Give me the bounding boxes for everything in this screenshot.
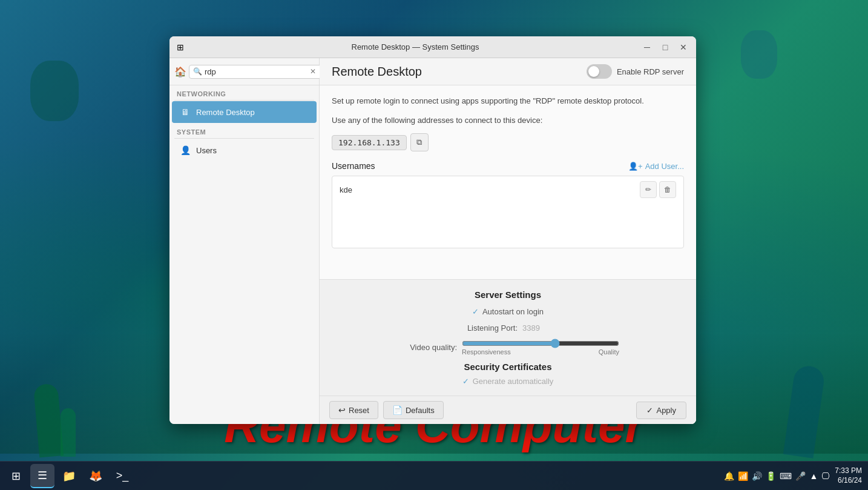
- generate-auto-check-icon: ✓: [462, 377, 469, 386]
- battery-icon[interactable]: 🔋: [766, 471, 776, 481]
- keyboard-icon[interactable]: ⌨: [780, 471, 792, 481]
- defaults-icon: 📄: [392, 405, 403, 415]
- networking-label: Networking: [169, 85, 319, 100]
- responsiveness-label: Responsiveness: [462, 348, 511, 356]
- taskbar-pager-icon[interactable]: ☰: [30, 464, 54, 488]
- sidebar-item-label: Remote Desktop: [196, 108, 255, 117]
- taskbar: ⊞ ☰ 📁 🦊 >_ 🔔 📶 🔊 🔋 ⌨ 🎤 ▲ 🖵 7:33 PM 6/16/…: [0, 461, 868, 490]
- sidebar-system-section: System 👤 Users: [169, 124, 319, 162]
- quality-slider[interactable]: [462, 339, 619, 348]
- reset-icon: ↩: [338, 405, 346, 415]
- sidebar: 🏠 🔍 ✕ ≡ Networking 🖥 Remote Desktop: [169, 58, 320, 424]
- defaults-button[interactable]: 📄 Defaults: [383, 401, 444, 419]
- reset-label: Reset: [349, 406, 369, 415]
- content-area: Set up remote login to connect using app…: [320, 85, 696, 279]
- enable-rdp-label: Enable RDP server: [617, 67, 684, 76]
- copy-ip-button[interactable]: ⧉: [410, 133, 429, 151]
- quality-slider-container: Responsiveness Quality: [462, 339, 619, 356]
- date-display: 6/16/24: [835, 476, 862, 486]
- toggle-container: Enable RDP server: [587, 64, 684, 79]
- rdp-toggle[interactable]: [587, 64, 612, 79]
- main-header: Remote Desktop Enable RDP server: [320, 58, 696, 85]
- defaults-label: Defaults: [406, 406, 435, 415]
- networking-divider: [174, 100, 314, 101]
- system-label: System: [169, 124, 319, 138]
- delete-icon: 🗑: [664, 185, 671, 194]
- slider-labels: Responsiveness Quality: [462, 348, 619, 356]
- time-display: 7:33 PM: [835, 466, 862, 476]
- delete-user-button[interactable]: 🗑: [659, 181, 676, 198]
- search-box: 🔍 ✕: [189, 65, 321, 79]
- table-row: kde ✏ 🗑: [332, 176, 683, 203]
- window-title: Remote Desktop — System Settings: [191, 42, 639, 51]
- maximize-button[interactable]: □: [657, 39, 673, 55]
- listening-port-value: 3389: [522, 323, 559, 333]
- sidebar-item-remote-desktop[interactable]: 🖥 Remote Desktop: [172, 101, 317, 123]
- window-controls: ─ □ ✕: [639, 39, 691, 55]
- quality-label: Quality: [599, 348, 619, 356]
- apply-icon: ✓: [646, 406, 653, 415]
- close-button[interactable]: ✕: [676, 39, 691, 55]
- window-icon: ⊞: [174, 41, 186, 53]
- usernames-title: Usernames: [332, 161, 375, 171]
- usernames-list: kde ✏ 🗑: [332, 176, 684, 248]
- taskbar-files-icon[interactable]: 📁: [57, 464, 81, 488]
- server-settings-title: Server Settings: [332, 290, 684, 300]
- taskbar-terminal-icon[interactable]: >_: [110, 464, 134, 488]
- row-actions: ✏ 🗑: [640, 181, 676, 198]
- taskbar-sys-icons: 🔔 📶 🔊 🔋 ⌨ 🎤 ▲ 🖵: [724, 471, 830, 481]
- sidebar-item-users-label: Users: [196, 146, 217, 155]
- video-quality-label: Video quality:: [396, 343, 457, 352]
- apply-label: Apply: [656, 406, 676, 415]
- taskbar-left: ⊞ ☰ 📁 🦊 >_: [0, 464, 134, 488]
- window-body: 🏠 🔍 ✕ ≡ Networking 🖥 Remote Desktop: [169, 58, 696, 424]
- page-title: Remote Desktop: [332, 65, 422, 79]
- server-settings: Server Settings ✓ Autostart on login Lis…: [320, 279, 696, 396]
- users-icon: 👤: [179, 144, 191, 156]
- sidebar-item-users[interactable]: 👤 Users: [172, 139, 317, 161]
- sidebar-networking-section: Networking 🖥 Remote Desktop: [169, 85, 319, 124]
- taskbar-browser-icon[interactable]: 🦊: [84, 464, 108, 488]
- systray-icon[interactable]: ▲: [809, 471, 818, 481]
- clear-search-button[interactable]: ✕: [309, 67, 317, 76]
- autostart-check-icon: ✓: [472, 307, 479, 316]
- screen-icon[interactable]: 🖵: [821, 471, 830, 481]
- volume-icon[interactable]: 🔊: [752, 471, 762, 481]
- add-user-label: Add User...: [645, 162, 684, 171]
- desktop: Remote Computer ⊞ Remote Desktop — Syste…: [0, 0, 868, 490]
- security-title: Security Certificates: [332, 362, 684, 372]
- taskbar-right: 🔔 📶 🔊 🔋 ⌨ 🎤 ▲ 🖵 7:33 PM 6/16/24: [724, 466, 868, 485]
- video-quality-row: Video quality: Responsiveness Quality: [332, 339, 684, 356]
- sidebar-toolbar: 🏠 🔍 ✕ ≡: [169, 58, 319, 85]
- reset-button[interactable]: ↩ Reset: [329, 401, 378, 419]
- description-line1: Set up remote login to connect using app…: [332, 95, 684, 107]
- notification-icon[interactable]: 🔔: [724, 471, 734, 481]
- add-user-icon: 👤+: [628, 162, 643, 171]
- edit-user-button[interactable]: ✏: [640, 181, 657, 198]
- add-user-button[interactable]: 👤+ Add User...: [628, 162, 684, 171]
- search-input[interactable]: [205, 67, 306, 76]
- listening-port-row: Listening Port: 3389: [332, 323, 684, 333]
- generate-auto-label: Generate automatically: [473, 377, 554, 386]
- taskbar-time[interactable]: 7:33 PM 6/16/24: [835, 466, 862, 485]
- usernames-section-header: Usernames 👤+ Add User...: [332, 161, 684, 171]
- listening-port-label: Listening Port:: [457, 323, 518, 333]
- minimize-button[interactable]: ─: [639, 39, 655, 55]
- search-icon: 🔍: [193, 67, 202, 76]
- settings-window: ⊞ Remote Desktop — System Settings ─ □ ✕…: [169, 36, 696, 424]
- autostart-row: ✓ Autostart on login: [332, 307, 684, 316]
- remote-desktop-icon: 🖥: [179, 106, 191, 118]
- mic-icon[interactable]: 🎤: [795, 471, 806, 481]
- taskbar-apps-icon[interactable]: ⊞: [4, 464, 28, 488]
- home-button[interactable]: 🏠: [174, 62, 186, 81]
- apply-button[interactable]: ✓ Apply: [636, 402, 686, 419]
- ip-row: 192.168.1.133 ⧉: [332, 133, 684, 151]
- network-icon[interactable]: 📶: [738, 471, 748, 481]
- main-content: Remote Desktop Enable RDP server Set up …: [320, 58, 696, 424]
- username-text: kde: [340, 185, 635, 194]
- bottom-bar: ↩ Reset 📄 Defaults ✓ Apply: [320, 396, 696, 424]
- edit-icon: ✏: [645, 185, 651, 194]
- security-section: Security Certificates ✓ Generate automat…: [332, 362, 684, 386]
- toggle-slider: [587, 64, 612, 79]
- ip-address: 192.168.1.133: [332, 135, 407, 150]
